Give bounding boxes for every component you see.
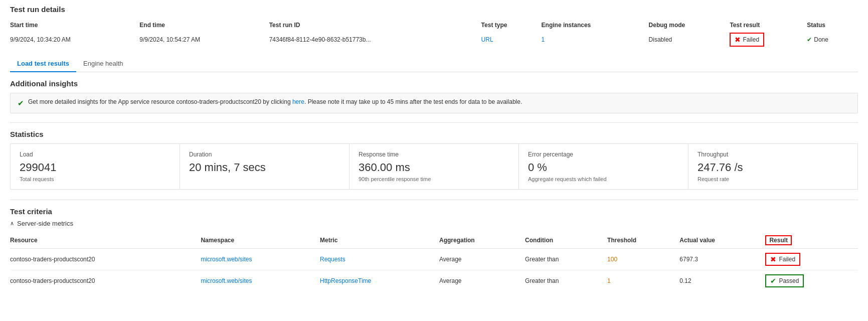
done-icon: ✔ bbox=[807, 36, 812, 43]
stat-throughput-label: Throughput bbox=[698, 151, 848, 158]
row-namespace[interactable]: microsoft.web/sites bbox=[201, 256, 252, 263]
row-aggregation: Average bbox=[439, 270, 525, 292]
stats-grid: Load 299041 Total requests Duration 20 m… bbox=[10, 143, 858, 190]
criteria-col-result: Result bbox=[765, 232, 858, 249]
stat-response-value: 360.00 ms bbox=[359, 161, 509, 174]
stat-error-label: Error percentage bbox=[528, 151, 679, 158]
row-threshold: 1 bbox=[607, 270, 679, 292]
row-actual-value: 6797.3 bbox=[679, 249, 765, 270]
test-criteria-title: Test criteria bbox=[10, 207, 858, 216]
insight-link[interactable]: here bbox=[292, 98, 304, 105]
insight-box: ✔ Get more detailed insights for the App… bbox=[10, 93, 858, 113]
debug-mode-value: Disabled bbox=[649, 31, 730, 49]
tab-bar: Load test results Engine health bbox=[10, 56, 858, 72]
row-threshold: 100 bbox=[607, 249, 679, 270]
stat-error-sub: Aggregate requests which failed bbox=[528, 176, 679, 182]
table-row: contoso-traders-productscont20 microsoft… bbox=[10, 270, 858, 292]
stat-throughput-value: 247.76 /s bbox=[698, 161, 848, 174]
engine-instances-value[interactable]: 1 bbox=[542, 36, 545, 43]
stat-load-sub: Total requests bbox=[20, 176, 170, 182]
row-condition: Greater than bbox=[525, 270, 607, 292]
row-resource: contoso-traders-productscont20 bbox=[10, 270, 201, 292]
stat-load-label: Load bbox=[20, 151, 170, 158]
status-value: ✔ Done bbox=[807, 36, 828, 43]
stat-load-value: 299041 bbox=[20, 161, 170, 174]
start-time-value: 9/9/2024, 10:34:20 AM bbox=[10, 31, 139, 49]
stat-error-pct: Error percentage 0 % Aggregate requests … bbox=[519, 144, 688, 189]
row-result: ✖Failed bbox=[765, 249, 858, 270]
col-start-time: Start time bbox=[10, 20, 139, 31]
criteria-col-aggregation: Aggregation bbox=[439, 232, 525, 249]
col-end-time: End time bbox=[139, 20, 269, 31]
stat-error-value: 0 % bbox=[528, 161, 679, 174]
stat-duration-label: Duration bbox=[189, 151, 340, 158]
col-test-run-id: Test run ID bbox=[269, 20, 481, 31]
row-metric[interactable]: HttpResponseTime bbox=[320, 277, 371, 284]
result-failed-badge: ✖Failed bbox=[765, 253, 800, 266]
tab-engine-health[interactable]: Engine health bbox=[76, 56, 130, 72]
stat-throughput-sub: Request rate bbox=[698, 176, 848, 182]
row-aggregation: Average bbox=[439, 249, 525, 270]
run-details-table: Start time End time Test run ID Test typ… bbox=[10, 20, 858, 49]
criteria-table: Resource Namespace Metric Aggregation Co… bbox=[10, 232, 858, 291]
table-row: contoso-traders-productscont20 microsoft… bbox=[10, 249, 858, 270]
row-namespace[interactable]: microsoft.web/sites bbox=[201, 277, 252, 284]
test-criteria-section: Test criteria ∧ Server-side metrics Reso… bbox=[10, 207, 858, 291]
stat-response-label: Response time bbox=[359, 151, 509, 158]
chevron-down-icon: ∧ bbox=[10, 220, 14, 227]
test-result-badge: ✖ Failed bbox=[730, 33, 764, 47]
criteria-col-resource: Resource bbox=[10, 232, 201, 249]
test-result-value: Failed bbox=[743, 36, 759, 43]
criteria-col-actual-value: Actual value bbox=[679, 232, 765, 249]
stat-response-time: Response time 360.00 ms 90th percentile … bbox=[350, 144, 519, 189]
stat-response-sub: 90th percentile response time bbox=[359, 176, 509, 182]
fail-icon: ✖ bbox=[770, 255, 776, 263]
stat-duration-value: 20 mins, 7 secs bbox=[189, 161, 340, 174]
row-resource: contoso-traders-productscont20 bbox=[10, 249, 201, 270]
pass-icon: ✔ bbox=[770, 277, 776, 285]
criteria-col-condition: Condition bbox=[525, 232, 607, 249]
fail-icon: ✖ bbox=[735, 36, 741, 44]
stat-load: Load 299041 Total requests bbox=[11, 144, 180, 189]
page-title: Test run details bbox=[10, 5, 858, 14]
tab-load-test-results[interactable]: Load test results bbox=[10, 56, 76, 72]
test-run-id-value: 74346f84-8112-4e90-8632-b51773b... bbox=[269, 31, 481, 49]
additional-insights-title: Additional insights bbox=[10, 79, 858, 88]
stat-duration: Duration 20 mins, 7 secs bbox=[180, 144, 350, 189]
col-status: Status bbox=[807, 20, 858, 31]
col-debug-mode: Debug mode bbox=[649, 20, 730, 31]
col-test-type: Test type bbox=[481, 20, 542, 31]
stat-throughput: Throughput 247.76 /s Request rate bbox=[688, 144, 857, 189]
insight-icon: ✔ bbox=[18, 99, 24, 108]
server-side-header: ∧ Server-side metrics bbox=[10, 220, 858, 227]
insight-text: Get more detailed insights for the App s… bbox=[28, 98, 522, 105]
criteria-col-namespace: Namespace bbox=[201, 232, 320, 249]
result-header-box: Result bbox=[765, 235, 792, 245]
end-time-value: 9/9/2024, 10:54:27 AM bbox=[139, 31, 269, 49]
criteria-col-threshold: Threshold bbox=[607, 232, 679, 249]
criteria-col-metric: Metric bbox=[320, 232, 439, 249]
result-passed-badge: ✔Passed bbox=[765, 274, 804, 287]
row-condition: Greater than bbox=[525, 249, 607, 270]
row-metric[interactable]: Requests bbox=[320, 256, 345, 263]
row-result: ✔Passed bbox=[765, 270, 858, 292]
server-side-label: Server-side metrics bbox=[17, 220, 73, 227]
col-test-result: Test result bbox=[730, 20, 807, 31]
test-type-link[interactable]: URL bbox=[481, 36, 493, 43]
col-engine-instances: Engine instances bbox=[542, 20, 649, 31]
row-actual-value: 0.12 bbox=[679, 270, 765, 292]
statistics-title: Statistics bbox=[10, 130, 858, 138]
